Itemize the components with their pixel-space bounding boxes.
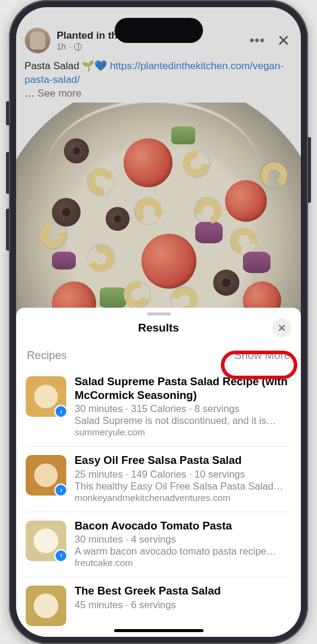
see-more-link[interactable]: See more bbox=[38, 88, 82, 99]
safari-badge-icon bbox=[54, 484, 67, 497]
svg-marker-0 bbox=[60, 409, 61, 414]
results-sheet: Results ✕ Recipes Show More Salad Suprem… bbox=[16, 308, 301, 637]
recipe-desc: This healthy Easy Oil Free Salsa Pasta S… bbox=[75, 481, 291, 492]
recipe-source: summeryule.com bbox=[75, 427, 291, 438]
recipe-title: Easy Oil Free Salsa Pasta Salad bbox=[75, 454, 291, 467]
globe-icon bbox=[74, 43, 82, 51]
safari-badge-icon bbox=[54, 405, 67, 418]
post-text: Pasta Salad 🌱💙 https://plantedinthekitch… bbox=[24, 60, 293, 101]
recipe-item[interactable]: Salad Supreme Pasta Salad Recipe (with M… bbox=[26, 371, 291, 446]
recipe-desc: Salad Supreme is not discontinued, and i… bbox=[75, 415, 291, 426]
post-image[interactable] bbox=[16, 103, 301, 317]
recipe-title: Bacon Avocado Tomato Pasta bbox=[75, 519, 291, 533]
section-recipes-label: Recipes bbox=[27, 349, 67, 362]
more-options-icon[interactable]: ••• bbox=[250, 33, 265, 48]
post-time: 1h · bbox=[57, 42, 244, 51]
avatar[interactable] bbox=[24, 27, 51, 54]
screen: Planted in th 1h · ••• ✕ Pasta Salad 🌱💙 … bbox=[16, 7, 301, 637]
recipe-thumbnail bbox=[26, 586, 66, 626]
recipe-list: Salad Supreme Pasta Salad Recipe (with M… bbox=[16, 369, 301, 634]
recipe-thumbnail bbox=[26, 376, 66, 417]
show-more-link[interactable]: Show More bbox=[234, 349, 290, 362]
recipe-title: Salad Supreme Pasta Salad Recipe (with M… bbox=[75, 375, 291, 402]
close-icon[interactable]: ✕ bbox=[277, 32, 290, 50]
recipe-meta: 30 minutes · 4 servings bbox=[75, 534, 291, 545]
sheet-close-button[interactable]: ✕ bbox=[272, 318, 291, 338]
recipe-item[interactable]: Bacon Avocado Tomato Pasta 30 minutes · … bbox=[26, 512, 291, 577]
recipe-source: monkeyandmekitchenadventures.com bbox=[75, 493, 291, 503]
dynamic-island bbox=[115, 18, 203, 43]
sheet-handle[interactable] bbox=[147, 312, 171, 315]
recipe-desc: A warm bacon avocado tomato pasta recipe… bbox=[75, 546, 291, 557]
recipe-thumbnail bbox=[26, 455, 66, 496]
recipe-item[interactable]: Easy Oil Free Salsa Pasta Salad 25 minut… bbox=[26, 446, 291, 512]
recipe-title: The Best Greek Pasta Salad bbox=[75, 584, 291, 598]
recipe-meta: 30 minutes · 315 Calories · 8 servings bbox=[75, 403, 291, 414]
svg-marker-1 bbox=[60, 488, 61, 493]
recipe-thumbnail bbox=[26, 521, 66, 561]
recipe-item[interactable]: The Best Greek Pasta Salad 45 minutes · … bbox=[26, 577, 291, 634]
svg-marker-2 bbox=[60, 553, 61, 558]
recipe-meta: 25 minutes · 149 Calories · 10 servings bbox=[75, 469, 291, 480]
home-indicator[interactable] bbox=[114, 629, 204, 632]
phone-frame: Planted in th 1h · ••• ✕ Pasta Salad 🌱💙 … bbox=[9, 0, 308, 644]
safari-badge-icon bbox=[54, 549, 67, 562]
sheet-title: Results bbox=[26, 321, 291, 335]
recipe-meta: 45 minutes · 6 servings bbox=[75, 599, 291, 611]
recipe-source: freutcake.com bbox=[75, 558, 291, 568]
